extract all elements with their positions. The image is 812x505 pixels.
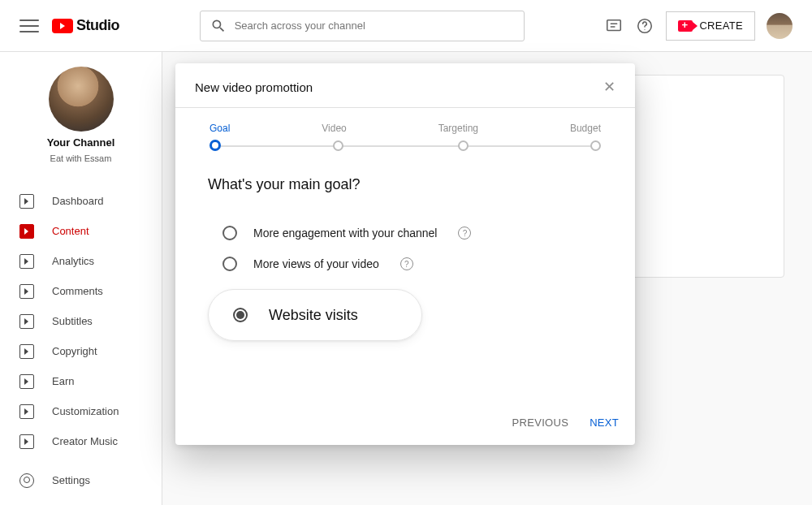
goal-option-label: More engagement with your channel [253, 227, 437, 240]
step-goal[interactable]: Goal [209, 123, 230, 134]
sidebar-item-settings[interactable]: Settings [0, 465, 162, 495]
step-dot-budget [590, 140, 601, 151]
creator-music-icon [19, 434, 34, 449]
sidebar-item-earn[interactable]: Earn [0, 366, 162, 396]
copyright-icon [19, 344, 34, 359]
goal-question: What's your main goal? [208, 176, 603, 193]
step-dot-video [333, 140, 343, 151]
channel-subtitle: Eat with Essam [50, 153, 112, 163]
help-icon[interactable]: ? [400, 257, 413, 270]
sidebar-item-label: Comments [52, 285, 103, 297]
goal-option-label: More views of your video [253, 257, 379, 270]
channel-avatar [49, 67, 114, 132]
goal-option-views[interactable]: More views of your video ? [222, 248, 603, 279]
step-budget[interactable]: Budget [570, 123, 601, 134]
feedback-icon[interactable] [604, 16, 624, 36]
sidebar: Your Channel Eat with Essam Dashboard Co… [0, 52, 162, 505]
step-dot-goal [209, 140, 221, 151]
sidebar-item-copyright[interactable]: Copyright [0, 336, 162, 366]
sidebar-item-label: Creator Music [52, 435, 118, 447]
radio-icon [222, 257, 237, 271]
gear-icon [19, 473, 34, 488]
sidebar-item-analytics[interactable]: Analytics [0, 246, 162, 276]
goal-option-website-visits[interactable]: Website visits [208, 289, 422, 341]
goal-option-engagement[interactable]: More engagement with your channel ? [222, 218, 603, 248]
step-video[interactable]: Video [322, 123, 346, 134]
earn-icon [19, 374, 34, 389]
sidebar-item-label: Customization [52, 405, 119, 417]
modal-title: New video promottion [195, 80, 313, 94]
search-input[interactable]: Search across your channel [200, 11, 525, 41]
new-video-promotion-modal: New video promottion ✕ Goal Video Target… [175, 63, 635, 445]
goal-option-label: Website visits [269, 307, 358, 324]
sidebar-item-label: Settings [52, 474, 90, 486]
comments-icon [19, 284, 34, 299]
create-label: CREATE [699, 19, 743, 32]
search-placeholder: Search across your channel [235, 19, 365, 32]
help-icon[interactable] [635, 16, 654, 36]
sidebar-item-subtitles[interactable]: Subtitles [0, 306, 162, 336]
sidebar-item-label: Analytics [52, 255, 94, 267]
studio-logo[interactable]: Studio [52, 17, 119, 34]
radio-selected-icon [233, 308, 248, 322]
step-dot-targeting [458, 140, 469, 151]
search-icon [210, 18, 227, 34]
previous-button[interactable]: PREVIOUS [512, 417, 569, 429]
progress-stepper: Goal Video Targeting Budget [175, 108, 635, 152]
sidebar-item-label: Content [52, 225, 89, 237]
svg-rect-0 [607, 19, 621, 30]
channel-card[interactable]: Your Channel Eat with Essam [0, 67, 162, 178]
sidebar-item-label: Subtitles [52, 315, 93, 327]
close-icon[interactable]: ✕ [603, 80, 615, 94]
next-button[interactable]: NEXT [590, 417, 619, 429]
content-icon [19, 224, 34, 239]
sidebar-item-content[interactable]: Content [0, 216, 162, 246]
analytics-icon [19, 254, 34, 269]
customization-icon [19, 404, 34, 419]
sidebar-item-label: Earn [52, 375, 74, 387]
channel-name: Your Channel [47, 136, 115, 149]
youtube-play-icon [52, 19, 73, 33]
create-camera-icon [678, 20, 693, 32]
help-icon[interactable]: ? [458, 227, 471, 240]
create-button[interactable]: CREATE [666, 11, 755, 41]
app-header: Studio Search across your channel CREATE [0, 0, 812, 52]
sidebar-item-label: Dashboard [52, 195, 104, 207]
radio-icon [222, 226, 237, 240]
sidebar-item-label: Copyright [52, 345, 97, 357]
dashboard-icon [19, 194, 34, 209]
sidebar-item-creator-music[interactable]: Creator Music [0, 426, 162, 456]
subtitles-icon [19, 314, 34, 329]
sidebar-item-customization[interactable]: Customization [0, 396, 162, 426]
sidebar-item-comments[interactable]: Comments [0, 276, 162, 306]
step-targeting[interactable]: Targeting [438, 123, 478, 134]
menu-icon[interactable] [19, 16, 39, 36]
svg-point-2 [645, 29, 646, 30]
sidebar-item-dashboard[interactable]: Dashboard [0, 186, 162, 216]
account-avatar[interactable] [767, 13, 793, 39]
logo-text: Studio [76, 17, 119, 34]
